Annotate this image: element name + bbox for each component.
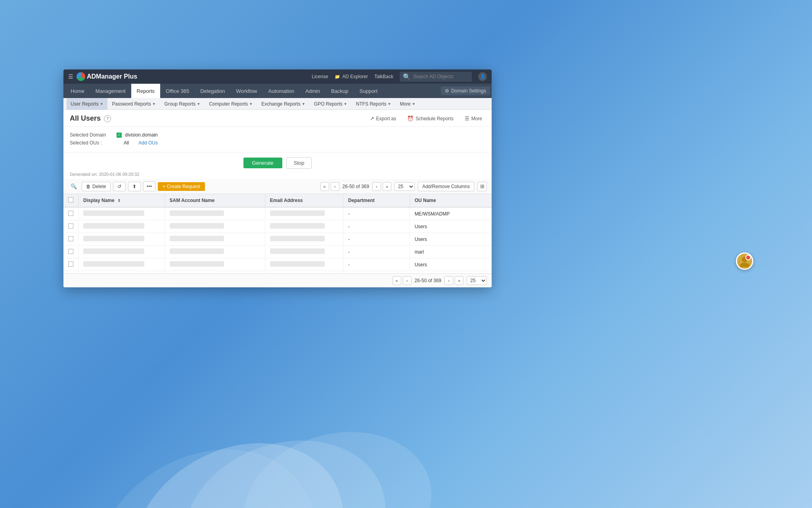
cell-sam [165, 233, 265, 246]
stop-btn[interactable]: Stop [286, 157, 312, 169]
export-btn[interactable]: ⬆ [128, 182, 141, 191]
row-checkbox[interactable] [63, 207, 79, 220]
nav-backup[interactable]: Backup [326, 84, 354, 98]
next-page-btn[interactable]: › [372, 182, 381, 191]
add-remove-columns-btn[interactable]: Add/Remove Columns [418, 182, 474, 191]
domain-value: division.domain [125, 132, 158, 138]
delete-btn[interactable]: 🗑 Delete [82, 182, 111, 191]
add-ous-link[interactable]: Add OUs [138, 140, 158, 146]
table-toolbar: 🔍 🗑 Delete ↺ ⬆ ••• + Create Request « ‹ … [63, 179, 492, 194]
license-link[interactable]: License [312, 74, 328, 79]
cell-dept: - [343, 207, 410, 220]
folder-icon: 📁 [335, 74, 340, 79]
cell-dept: - [343, 246, 410, 258]
export-table-icon: ⬆ [132, 184, 136, 189]
table-row: - Users [63, 271, 492, 274]
hamburger-icon[interactable]: ☰ [68, 73, 73, 80]
refresh-btn[interactable]: ↺ [113, 182, 126, 191]
gear-icon: ⚙ [445, 88, 449, 94]
toolbar-right: « ‹ 26-50 of 369 › » 25 50 100 Add/Remov… [320, 182, 487, 191]
table-row: - Users [63, 258, 492, 271]
talkback-link[interactable]: TalkBack [374, 74, 393, 79]
row-checkbox[interactable] [63, 258, 79, 271]
sub-nav-password-reports[interactable]: Password Reports ▼ [108, 98, 160, 110]
toolbar-search-icon[interactable]: 🔍 [68, 182, 79, 191]
more-btn[interactable]: ☰ More [462, 114, 485, 123]
bottom-page-info: 26-50 of 369 [413, 278, 443, 283]
row-checkbox[interactable] [63, 233, 79, 246]
export-as-btn[interactable]: ↗ Export as [367, 114, 400, 123]
th-display-name[interactable]: Display Name ⬆ [79, 194, 165, 207]
th-sam-account-name[interactable]: SAM Account Name [165, 194, 265, 207]
schedule-reports-btn[interactable]: ⏰ Schedule Reports [404, 114, 456, 123]
th-department[interactable]: Department [343, 194, 410, 207]
generated-on: Generated on: 2020-01-06 09:20:32 [63, 172, 492, 179]
prev-page-btn[interactable]: ‹ [331, 182, 339, 191]
sub-nav-exchange-reports[interactable]: Exchange Reports ▼ [257, 98, 309, 110]
sub-nav-group-reports[interactable]: Group Reports ▼ [161, 98, 205, 110]
nav-automation[interactable]: Automation [263, 84, 300, 98]
nav-management[interactable]: Management [90, 84, 131, 98]
chevron-down-icon: ▼ [387, 102, 391, 106]
help-icon[interactable]: ? [104, 115, 111, 122]
toolbar-left: 🔍 🗑 Delete ↺ ⬆ ••• + Create Request [68, 181, 205, 191]
page-actions: ↗ Export as ⏰ Schedule Reports ☰ More [367, 114, 485, 123]
sub-nav-gpo-reports[interactable]: GPO Reports ▼ [310, 98, 351, 110]
domain-settings-btn[interactable]: ⚙ Domain Settings [441, 87, 490, 95]
cell-display-name [79, 258, 165, 271]
ou-filter-row: Selected OUs : All Add OUs [70, 140, 485, 146]
bottom-per-page-dropdown[interactable]: 25 50 100 [467, 277, 486, 285]
bottom-per-page-select[interactable]: 25 50 100 [467, 276, 487, 285]
nav-reports[interactable]: Reports [131, 84, 161, 98]
nav-admin[interactable]: Admin [300, 84, 326, 98]
bottom-last-page-btn[interactable]: » [455, 276, 463, 285]
user-avatar-btn[interactable]: 👤 [478, 72, 487, 81]
select-all-checkbox[interactable] [68, 197, 73, 202]
th-email-address[interactable]: Email Address [265, 194, 343, 207]
user-avatar-widget[interactable] [736, 252, 753, 270]
chevron-down-icon: ▼ [249, 102, 253, 106]
svg-point-1 [161, 413, 409, 508]
table-row: - Users [63, 220, 492, 233]
search-input[interactable] [413, 74, 469, 79]
sub-nav-computer-reports[interactable]: Computer Reports ▼ [205, 98, 257, 110]
page-title: All Users [70, 114, 101, 123]
selected-ous-label: Selected OUs : [70, 140, 113, 146]
nav-office365[interactable]: Office 365 [160, 84, 195, 98]
row-checkbox[interactable] [63, 246, 79, 258]
page-title-area: All Users ? [70, 114, 111, 123]
nav-home[interactable]: Home [65, 84, 90, 98]
ad-explorer-link[interactable]: 📁 AD Explorer [335, 74, 368, 79]
delete-icon: 🗑 [86, 184, 91, 189]
nav-workflow[interactable]: Workflow [230, 84, 262, 98]
more-dots-btn[interactable]: ••• [143, 181, 156, 191]
title-bar: ☰ ADManager Plus License 📁 AD Explorer T… [63, 69, 492, 84]
sub-nav-ntfs-reports[interactable]: NTFS Reports ▼ [352, 98, 395, 110]
page-header: All Users ? ↗ Export as ⏰ Schedule Repor… [63, 110, 492, 127]
bottom-next-page-btn[interactable]: › [444, 276, 453, 285]
per-page-select[interactable]: 25 50 100 [395, 182, 415, 191]
nav-delegation[interactable]: Delegation [195, 84, 230, 98]
per-page-dropdown[interactable]: 25 50 100 [395, 183, 414, 190]
bottom-prev-page-btn[interactable]: ‹ [403, 276, 412, 285]
row-checkbox[interactable] [63, 271, 79, 274]
generate-btn[interactable]: Generate [243, 158, 282, 168]
th-ou-name[interactable]: OU Name [410, 194, 492, 207]
grid-view-btn[interactable]: ⊞ [477, 182, 487, 191]
first-page-btn[interactable]: « [320, 182, 329, 191]
bottom-first-page-btn[interactable]: « [393, 276, 401, 285]
app-logo: ADManager Plus [77, 72, 137, 81]
generate-area: Generate Stop [63, 152, 492, 172]
row-checkbox[interactable] [63, 220, 79, 233]
app-name: ADManager Plus [87, 73, 137, 80]
chevron-down-icon: ▼ [302, 102, 305, 106]
domain-checkbox[interactable]: ✓ [117, 133, 122, 138]
sub-nav-more[interactable]: More ▼ [396, 98, 419, 110]
create-request-btn[interactable]: + Create Request [158, 182, 205, 191]
search-box: 🔍 [400, 72, 472, 82]
sub-nav-user-reports[interactable]: User Reports ▼ [67, 98, 107, 110]
last-page-btn[interactable]: » [383, 182, 391, 191]
cell-ou: Users [410, 233, 492, 246]
nav-support[interactable]: Support [354, 84, 383, 98]
nav-right: ⚙ Domain Settings [441, 87, 490, 95]
